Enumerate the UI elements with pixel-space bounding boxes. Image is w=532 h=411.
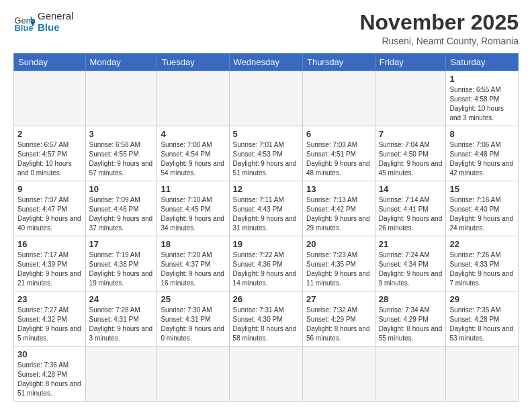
day-number: 21 xyxy=(379,239,443,249)
calendar-cell: 7Sunrise: 7:04 AM Sunset: 4:50 PM Daylig… xyxy=(375,126,446,181)
calendar-cell xyxy=(302,71,375,126)
calendar-header-sunday: Sunday xyxy=(14,54,86,71)
calendar-cell: 6Sunrise: 7:03 AM Sunset: 4:51 PM Daylig… xyxy=(302,126,375,181)
calendar-cell: 1Sunrise: 6:55 AM Sunset: 4:58 PM Daylig… xyxy=(446,71,519,126)
calendar-cell xyxy=(14,71,86,126)
day-info: Sunrise: 6:55 AM Sunset: 4:58 PM Dayligh… xyxy=(449,85,515,123)
day-info: Sunrise: 7:09 AM Sunset: 4:46 PM Dayligh… xyxy=(89,195,154,233)
calendar-cell xyxy=(85,71,157,126)
calendar-week-row: 16Sunrise: 7:17 AM Sunset: 4:39 PM Dayli… xyxy=(14,236,519,291)
day-info: Sunrise: 7:32 AM Sunset: 4:29 PM Dayligh… xyxy=(306,306,371,343)
page: General Blue General Blue November 2025 … xyxy=(0,0,532,411)
calendar-header-friday: Friday xyxy=(375,54,446,71)
calendar-week-row: 1Sunrise: 6:55 AM Sunset: 4:58 PM Daylig… xyxy=(14,71,519,126)
day-info: Sunrise: 7:27 AM Sunset: 4:32 PM Dayligh… xyxy=(17,306,82,343)
day-info: Sunrise: 7:19 AM Sunset: 4:38 PM Dayligh… xyxy=(89,250,154,288)
day-number: 18 xyxy=(161,239,225,249)
day-info: Sunrise: 7:10 AM Sunset: 4:45 PM Dayligh… xyxy=(161,195,225,233)
month-title: November 2025 xyxy=(359,11,519,34)
day-number: 30 xyxy=(17,349,82,359)
logo-icon: General Blue xyxy=(13,11,35,33)
day-info: Sunrise: 7:14 AM Sunset: 4:41 PM Dayligh… xyxy=(379,195,443,233)
day-number: 27 xyxy=(306,294,371,304)
calendar-week-row: 9Sunrise: 7:07 AM Sunset: 4:47 PM Daylig… xyxy=(14,181,519,236)
day-number: 12 xyxy=(233,184,299,194)
calendar-week-row: 23Sunrise: 7:27 AM Sunset: 4:32 PM Dayli… xyxy=(14,291,519,347)
calendar-cell: 30Sunrise: 7:36 AM Sunset: 4:28 PM Dayli… xyxy=(14,347,86,402)
day-info: Sunrise: 7:23 AM Sunset: 4:35 PM Dayligh… xyxy=(306,250,371,288)
svg-text:Blue: Blue xyxy=(15,22,34,32)
calendar-cell xyxy=(375,71,446,126)
day-number: 3 xyxy=(89,129,154,139)
calendar-cell xyxy=(229,347,302,402)
day-info: Sunrise: 7:22 AM Sunset: 4:36 PM Dayligh… xyxy=(233,250,299,288)
calendar-week-row: 30Sunrise: 7:36 AM Sunset: 4:28 PM Dayli… xyxy=(14,347,519,402)
calendar-cell: 18Sunrise: 7:20 AM Sunset: 4:37 PM Dayli… xyxy=(157,236,229,291)
calendar-header-wednesday: Wednesday xyxy=(229,54,302,71)
day-number: 13 xyxy=(306,184,371,194)
day-number: 22 xyxy=(449,239,515,249)
day-number: 23 xyxy=(17,294,82,304)
calendar-header-monday: Monday xyxy=(85,54,157,71)
day-info: Sunrise: 6:58 AM Sunset: 4:55 PM Dayligh… xyxy=(89,140,154,178)
calendar-cell: 16Sunrise: 7:17 AM Sunset: 4:39 PM Dayli… xyxy=(14,236,86,291)
calendar-cell: 23Sunrise: 7:27 AM Sunset: 4:32 PM Dayli… xyxy=(14,291,86,347)
calendar-cell: 9Sunrise: 7:07 AM Sunset: 4:47 PM Daylig… xyxy=(14,181,86,236)
day-number: 24 xyxy=(89,294,154,304)
day-number: 11 xyxy=(161,184,225,194)
calendar-cell: 24Sunrise: 7:28 AM Sunset: 4:31 PM Dayli… xyxy=(85,291,157,347)
logo: General Blue General Blue xyxy=(13,11,73,33)
day-info: Sunrise: 7:31 AM Sunset: 4:30 PM Dayligh… xyxy=(233,306,299,343)
day-number: 25 xyxy=(161,294,225,304)
calendar-cell: 5Sunrise: 7:01 AM Sunset: 4:53 PM Daylig… xyxy=(229,126,302,181)
calendar-cell: 29Sunrise: 7:35 AM Sunset: 4:28 PM Dayli… xyxy=(446,291,519,347)
day-info: Sunrise: 7:34 AM Sunset: 4:29 PM Dayligh… xyxy=(379,306,443,343)
calendar-cell: 4Sunrise: 7:00 AM Sunset: 4:54 PM Daylig… xyxy=(157,126,229,181)
day-info: Sunrise: 7:11 AM Sunset: 4:43 PM Dayligh… xyxy=(233,195,299,233)
calendar-cell: 13Sunrise: 7:13 AM Sunset: 4:42 PM Dayli… xyxy=(302,181,375,236)
header: General Blue General Blue November 2025 … xyxy=(13,11,519,46)
day-number: 28 xyxy=(379,294,443,304)
day-info: Sunrise: 7:17 AM Sunset: 4:39 PM Dayligh… xyxy=(17,250,82,288)
day-number: 29 xyxy=(449,294,515,304)
day-info: Sunrise: 7:26 AM Sunset: 4:33 PM Dayligh… xyxy=(449,250,515,288)
calendar-cell: 15Sunrise: 7:16 AM Sunset: 4:40 PM Dayli… xyxy=(446,181,519,236)
calendar-cell: 10Sunrise: 7:09 AM Sunset: 4:46 PM Dayli… xyxy=(85,181,157,236)
day-info: Sunrise: 7:06 AM Sunset: 4:48 PM Dayligh… xyxy=(449,140,515,178)
calendar-cell: 17Sunrise: 7:19 AM Sunset: 4:38 PM Dayli… xyxy=(85,236,157,291)
day-info: Sunrise: 6:57 AM Sunset: 4:57 PM Dayligh… xyxy=(17,140,82,178)
calendar-cell: 12Sunrise: 7:11 AM Sunset: 4:43 PM Dayli… xyxy=(229,181,302,236)
day-number: 5 xyxy=(233,129,299,139)
calendar-cell: 11Sunrise: 7:10 AM Sunset: 4:45 PM Dayli… xyxy=(157,181,229,236)
day-info: Sunrise: 7:07 AM Sunset: 4:47 PM Dayligh… xyxy=(17,195,82,233)
calendar-cell: 19Sunrise: 7:22 AM Sunset: 4:36 PM Dayli… xyxy=(229,236,302,291)
day-number: 10 xyxy=(89,184,154,194)
calendar-cell xyxy=(375,347,446,402)
calendar-cell xyxy=(157,71,229,126)
day-info: Sunrise: 7:04 AM Sunset: 4:50 PM Dayligh… xyxy=(379,140,443,178)
day-number: 9 xyxy=(17,184,82,194)
day-number: 4 xyxy=(161,129,225,139)
calendar-cell: 14Sunrise: 7:14 AM Sunset: 4:41 PM Dayli… xyxy=(375,181,446,236)
calendar-cell: 26Sunrise: 7:31 AM Sunset: 4:30 PM Dayli… xyxy=(229,291,302,347)
day-info: Sunrise: 7:30 AM Sunset: 4:31 PM Dayligh… xyxy=(161,306,225,343)
day-number: 20 xyxy=(306,239,371,249)
day-number: 1 xyxy=(449,74,515,84)
day-number: 16 xyxy=(17,239,82,249)
day-number: 17 xyxy=(89,239,154,249)
day-number: 19 xyxy=(233,239,299,249)
title-area: November 2025 Ruseni, Neamt County, Roma… xyxy=(359,11,519,46)
day-number: 15 xyxy=(449,184,515,194)
location: Ruseni, Neamt County, Romania xyxy=(359,36,519,46)
calendar-cell: 21Sunrise: 7:24 AM Sunset: 4:34 PM Dayli… xyxy=(375,236,446,291)
day-info: Sunrise: 7:35 AM Sunset: 4:28 PM Dayligh… xyxy=(449,306,515,343)
calendar-header-row: SundayMondayTuesdayWednesdayThursdayFrid… xyxy=(14,54,519,71)
day-info: Sunrise: 7:13 AM Sunset: 4:42 PM Dayligh… xyxy=(306,195,371,233)
calendar-cell xyxy=(157,347,229,402)
calendar-cell xyxy=(229,71,302,126)
day-info: Sunrise: 7:00 AM Sunset: 4:54 PM Dayligh… xyxy=(161,140,225,178)
day-number: 8 xyxy=(449,129,515,139)
calendar-cell: 28Sunrise: 7:34 AM Sunset: 4:29 PM Dayli… xyxy=(375,291,446,347)
logo-general: General xyxy=(38,11,73,22)
calendar-cell xyxy=(302,347,375,402)
